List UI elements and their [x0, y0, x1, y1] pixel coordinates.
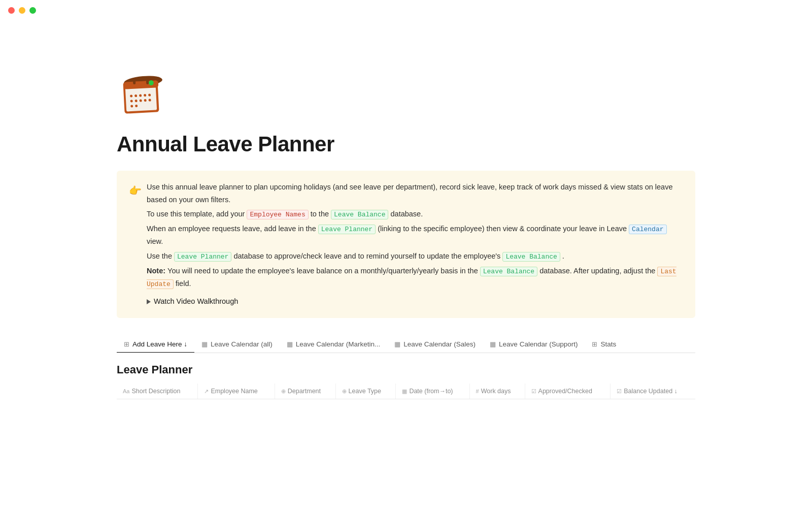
col-icon-0: Aa	[123, 388, 129, 394]
info-note: Note: You will need to update the employ…	[147, 265, 683, 290]
tab-label-0: Add Leave Here ↓	[132, 340, 187, 348]
table-col-6: ☑Approved/Checked	[525, 384, 611, 399]
col-icon-7: ☑	[617, 388, 622, 394]
col-label-4: Date (from→to)	[409, 388, 453, 395]
leave-balance-tag-1: Leave Balance	[331, 210, 388, 219]
table-col-2: ⊕Department	[275, 384, 335, 399]
tab-item-5[interactable]: ⊞Stats	[585, 336, 623, 353]
svg-rect-17	[133, 78, 136, 84]
page-content: Annual Leave Planner 👉 Use this annual l…	[76, 0, 736, 420]
tab-icon-0: ⊞	[124, 340, 129, 348]
tab-icon-3: ▦	[394, 340, 400, 348]
info-text: Use this annual leave planner to plan up…	[147, 181, 683, 308]
pointing-emoji: 👉	[129, 182, 142, 308]
traffic-light-yellow[interactable]	[19, 7, 25, 14]
col-icon-5: #	[476, 388, 479, 394]
tab-item-4[interactable]: ▦Leave Calendar (Support)	[483, 336, 585, 353]
svg-rect-2	[125, 86, 157, 111]
leave-planner-tag-2: Leave Planner	[174, 252, 231, 262]
col-label-5: Work days	[481, 388, 511, 395]
tabs-bar: ⊞Add Leave Here ↓▦Leave Calendar (all)▦L…	[117, 336, 695, 353]
triangle-icon	[147, 299, 151, 304]
tab-icon-1: ▦	[201, 340, 208, 348]
employee-names-tag: Employee Names	[247, 210, 308, 219]
traffic-light-green[interactable]	[29, 7, 36, 14]
leave-table: AaShort Description↗Employee Name⊕Depart…	[117, 384, 695, 399]
table-wrapper: AaShort Description↗Employee Name⊕Depart…	[117, 384, 695, 399]
col-label-3: Leave Type	[349, 388, 381, 395]
video-walkthrough-label: Watch Video Walkthrough	[154, 295, 238, 308]
video-walkthrough-toggle[interactable]: Watch Video Walkthrough	[147, 295, 683, 308]
col-icon-6: ☑	[531, 388, 536, 394]
leave-balance-tag-2: Leave Balance	[502, 252, 560, 262]
table-col-5: #Work days	[469, 384, 525, 399]
info-line3: When an employee requests leave, add lea…	[147, 223, 683, 248]
tab-label-1: Leave Calendar (all)	[211, 340, 273, 348]
info-line4: Use the Leave Planner database to approv…	[147, 250, 683, 263]
col-icon-3: ⊕	[342, 388, 347, 394]
table-col-1: ↗Employee Name	[198, 384, 275, 399]
tab-item-3[interactable]: ▦Leave Calendar (Sales)	[387, 336, 483, 353]
tab-item-2[interactable]: ▦Leave Calendar (Marketin...	[280, 336, 388, 353]
page-title: Annual Leave Planner	[117, 132, 695, 156]
table-col-4: ▦Date (from→to)	[396, 384, 469, 399]
col-label-0: Short Description	[131, 388, 180, 395]
table-col-0: AaShort Description	[117, 384, 198, 399]
table-col-3: ⊕Leave Type	[335, 384, 396, 399]
svg-rect-18	[146, 78, 149, 84]
tab-icon-4: ▦	[490, 340, 496, 348]
tab-label-2: Leave Calendar (Marketin...	[296, 340, 381, 348]
col-label-2: Department	[288, 388, 321, 395]
col-icon-2: ⊕	[281, 388, 286, 394]
info-box: 👉 Use this annual leave planner to plan …	[117, 171, 695, 318]
tab-icon-5: ⊞	[592, 340, 597, 348]
traffic-lights	[0, 0, 44, 21]
table-col-7: ☑Balance Updated ↓	[611, 384, 695, 399]
col-label-6: Approved/Checked	[538, 388, 592, 395]
col-icon-4: ▦	[402, 388, 407, 394]
tab-label-5: Stats	[600, 340, 616, 348]
col-label-7: Balance Updated ↓	[624, 388, 678, 395]
tab-label-3: Leave Calendar (Sales)	[403, 340, 476, 348]
col-icon-1: ↗	[204, 388, 209, 394]
page-icon	[117, 71, 167, 122]
traffic-light-red[interactable]	[8, 7, 15, 14]
tab-label-4: Leave Calendar (Support)	[499, 340, 578, 348]
leave-planner-tag-1: Leave Planner	[318, 225, 376, 234]
table-header: AaShort Description↗Employee Name⊕Depart…	[117, 384, 695, 399]
tab-item-1[interactable]: ▦Leave Calendar (all)	[194, 336, 280, 353]
col-label-1: Employee Name	[211, 388, 257, 395]
leave-balance-tag-3: Leave Balance	[480, 267, 537, 276]
tab-icon-2: ▦	[287, 340, 293, 348]
calendar-tag: Calendar	[629, 225, 666, 234]
info-line1: Use this annual leave planner to plan up…	[147, 181, 683, 206]
tab-item-0[interactable]: ⊞Add Leave Here ↓	[117, 336, 194, 353]
section-title: Leave Planner	[117, 363, 695, 376]
info-line2: To use this template, add your Employee …	[147, 208, 683, 220]
table-header-row: AaShort Description↗Employee Name⊕Depart…	[117, 384, 695, 399]
